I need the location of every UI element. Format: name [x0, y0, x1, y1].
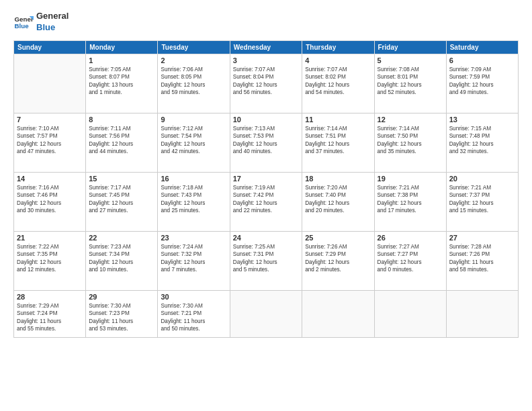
logo-text: General Blue [36, 11, 69, 34]
day-number: 3 [233, 56, 299, 64]
calendar-cell [302, 290, 374, 337]
svg-text:Blue: Blue [15, 22, 30, 30]
calendar-cell: 24Sunrise: 7:25 AM Sunset: 7:31 PM Dayli… [230, 231, 302, 290]
calendar-week-row: 28Sunrise: 7:29 AM Sunset: 7:24 PM Dayli… [14, 290, 519, 337]
day-number: 21 [17, 234, 83, 242]
calendar-week-row: 1Sunrise: 7:05 AM Sunset: 8:07 PM Daylig… [14, 54, 519, 113]
day-number: 11 [305, 116, 371, 124]
day-number: 15 [89, 175, 154, 183]
day-header-wednesday: Wednesday [230, 40, 302, 54]
calendar-cell [14, 54, 86, 113]
calendar-cell: 25Sunrise: 7:26 AM Sunset: 7:29 PM Dayli… [302, 231, 374, 290]
day-number: 7 [17, 116, 83, 124]
day-number: 6 [449, 56, 515, 64]
day-info: Sunrise: 7:08 AM Sunset: 8:01 PM Dayligh… [378, 66, 443, 97]
calendar-cell: 8Sunrise: 7:11 AM Sunset: 7:56 PM Daylig… [86, 113, 158, 172]
day-info: Sunrise: 7:10 AM Sunset: 7:57 PM Dayligh… [17, 125, 83, 156]
calendar-week-row: 21Sunrise: 7:22 AM Sunset: 7:35 PM Dayli… [14, 231, 519, 290]
day-info: Sunrise: 7:07 AM Sunset: 8:04 PM Dayligh… [233, 66, 299, 97]
calendar-cell: 18Sunrise: 7:20 AM Sunset: 7:40 PM Dayli… [302, 172, 374, 231]
calendar-cell: 20Sunrise: 7:21 AM Sunset: 7:37 PM Dayli… [446, 172, 518, 231]
calendar-cell: 4Sunrise: 7:07 AM Sunset: 8:02 PM Daylig… [302, 54, 374, 113]
day-number: 4 [305, 56, 371, 64]
logo: General Blue General Blue [13, 11, 69, 34]
calendar-cell: 19Sunrise: 7:21 AM Sunset: 7:38 PM Dayli… [374, 172, 446, 231]
day-number: 1 [89, 56, 154, 64]
day-info: Sunrise: 7:27 AM Sunset: 7:27 PM Dayligh… [378, 243, 443, 274]
day-info: Sunrise: 7:17 AM Sunset: 7:45 PM Dayligh… [89, 184, 154, 215]
calendar-cell: 21Sunrise: 7:22 AM Sunset: 7:35 PM Dayli… [14, 231, 86, 290]
day-number: 12 [378, 116, 443, 124]
day-number: 14 [17, 175, 83, 183]
day-number: 25 [305, 234, 371, 242]
day-number: 28 [17, 293, 83, 301]
calendar-cell: 22Sunrise: 7:23 AM Sunset: 7:34 PM Dayli… [86, 231, 158, 290]
day-header-sunday: Sunday [14, 40, 86, 54]
calendar-cell: 30Sunrise: 7:30 AM Sunset: 7:21 PM Dayli… [158, 290, 230, 337]
calendar-cell: 6Sunrise: 7:09 AM Sunset: 7:59 PM Daylig… [446, 54, 518, 113]
calendar-cell: 10Sunrise: 7:13 AM Sunset: 7:53 PM Dayli… [230, 113, 302, 172]
calendar-cell: 2Sunrise: 7:06 AM Sunset: 8:05 PM Daylig… [158, 54, 230, 113]
day-info: Sunrise: 7:15 AM Sunset: 7:48 PM Dayligh… [449, 125, 515, 156]
calendar-table: SundayMondayTuesdayWednesdayThursdayFrid… [13, 40, 519, 338]
day-header-thursday: Thursday [302, 40, 374, 54]
day-info: Sunrise: 7:26 AM Sunset: 7:29 PM Dayligh… [305, 243, 371, 274]
day-info: Sunrise: 7:21 AM Sunset: 7:37 PM Dayligh… [449, 184, 515, 215]
day-number: 29 [89, 293, 154, 301]
day-header-monday: Monday [86, 40, 158, 54]
calendar-cell: 15Sunrise: 7:17 AM Sunset: 7:45 PM Dayli… [86, 172, 158, 231]
day-header-tuesday: Tuesday [158, 40, 230, 54]
calendar-cell: 7Sunrise: 7:10 AM Sunset: 7:57 PM Daylig… [14, 113, 86, 172]
day-number: 17 [233, 175, 299, 183]
day-info: Sunrise: 7:12 AM Sunset: 7:54 PM Dayligh… [161, 125, 226, 156]
calendar-cell: 14Sunrise: 7:16 AM Sunset: 7:46 PM Dayli… [14, 172, 86, 231]
day-header-saturday: Saturday [446, 40, 518, 54]
calendar-cell [446, 290, 518, 337]
day-info: Sunrise: 7:09 AM Sunset: 7:59 PM Dayligh… [449, 66, 515, 97]
day-number: 16 [161, 175, 226, 183]
day-info: Sunrise: 7:05 AM Sunset: 8:07 PM Dayligh… [89, 66, 154, 97]
calendar-cell: 9Sunrise: 7:12 AM Sunset: 7:54 PM Daylig… [158, 113, 230, 172]
day-info: Sunrise: 7:29 AM Sunset: 7:24 PM Dayligh… [17, 302, 83, 333]
day-number: 23 [161, 234, 226, 242]
calendar-cell: 16Sunrise: 7:18 AM Sunset: 7:43 PM Dayli… [158, 172, 230, 231]
day-number: 27 [449, 234, 515, 242]
day-number: 18 [305, 175, 371, 183]
calendar-week-row: 14Sunrise: 7:16 AM Sunset: 7:46 PM Dayli… [14, 172, 519, 231]
day-info: Sunrise: 7:11 AM Sunset: 7:56 PM Dayligh… [89, 125, 154, 156]
day-info: Sunrise: 7:30 AM Sunset: 7:23 PM Dayligh… [89, 302, 154, 333]
day-info: Sunrise: 7:25 AM Sunset: 7:31 PM Dayligh… [233, 243, 299, 274]
day-info: Sunrise: 7:14 AM Sunset: 7:50 PM Dayligh… [378, 125, 443, 156]
day-number: 26 [378, 234, 443, 242]
day-number: 13 [449, 116, 515, 124]
day-number: 5 [378, 56, 443, 64]
calendar-cell: 12Sunrise: 7:14 AM Sunset: 7:50 PM Dayli… [374, 113, 446, 172]
day-number: 24 [233, 234, 299, 242]
calendar-cell: 28Sunrise: 7:29 AM Sunset: 7:24 PM Dayli… [14, 290, 86, 337]
calendar-cell: 5Sunrise: 7:08 AM Sunset: 8:01 PM Daylig… [374, 54, 446, 113]
calendar-cell: 11Sunrise: 7:14 AM Sunset: 7:51 PM Dayli… [302, 113, 374, 172]
day-info: Sunrise: 7:07 AM Sunset: 8:02 PM Dayligh… [305, 66, 371, 97]
calendar-cell: 3Sunrise: 7:07 AM Sunset: 8:04 PM Daylig… [230, 54, 302, 113]
day-info: Sunrise: 7:22 AM Sunset: 7:35 PM Dayligh… [17, 243, 83, 274]
calendar-cell: 23Sunrise: 7:24 AM Sunset: 7:32 PM Dayli… [158, 231, 230, 290]
page-container: General Blue General Blue SundayMondayTu… [0, 0, 532, 411]
day-info: Sunrise: 7:30 AM Sunset: 7:21 PM Dayligh… [161, 302, 226, 333]
calendar-cell: 13Sunrise: 7:15 AM Sunset: 7:48 PM Dayli… [446, 113, 518, 172]
day-info: Sunrise: 7:21 AM Sunset: 7:38 PM Dayligh… [378, 184, 443, 215]
day-number: 30 [161, 293, 226, 301]
day-info: Sunrise: 7:20 AM Sunset: 7:40 PM Dayligh… [305, 184, 371, 215]
calendar-cell: 26Sunrise: 7:27 AM Sunset: 7:27 PM Dayli… [374, 231, 446, 290]
day-info: Sunrise: 7:16 AM Sunset: 7:46 PM Dayligh… [17, 184, 83, 215]
calendar-week-row: 7Sunrise: 7:10 AM Sunset: 7:57 PM Daylig… [14, 113, 519, 172]
day-info: Sunrise: 7:13 AM Sunset: 7:53 PM Dayligh… [233, 125, 299, 156]
day-number: 10 [233, 116, 299, 124]
day-info: Sunrise: 7:06 AM Sunset: 8:05 PM Dayligh… [161, 66, 226, 97]
day-info: Sunrise: 7:28 AM Sunset: 7:26 PM Dayligh… [449, 243, 515, 274]
calendar-cell: 1Sunrise: 7:05 AM Sunset: 8:07 PM Daylig… [86, 54, 158, 113]
day-info: Sunrise: 7:23 AM Sunset: 7:34 PM Dayligh… [89, 243, 154, 274]
day-number: 8 [89, 116, 154, 124]
day-number: 20 [449, 175, 515, 183]
calendar-header-row: SundayMondayTuesdayWednesdayThursdayFrid… [14, 40, 519, 54]
calendar-cell: 27Sunrise: 7:28 AM Sunset: 7:26 PM Dayli… [446, 231, 518, 290]
